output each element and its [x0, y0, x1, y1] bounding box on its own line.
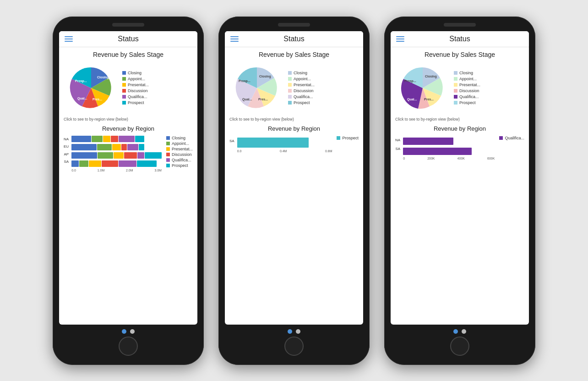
- phone-3: Status Revenue by Sales Stage Clo: [384, 17, 535, 365]
- phone-1: Status Revenue by Sales Stage: [53, 17, 204, 365]
- hamburger-icon-2[interactable]: [230, 36, 239, 42]
- phone-2: Status Revenue by Sales Stage Closing: [218, 17, 370, 365]
- pie-section-2: Closing Prosp... Qual... Pres... Closing…: [229, 63, 359, 113]
- bar-legend-3: Qualifica...: [499, 136, 524, 160]
- screen-content-2: Revenue by Sales Stage Closing Prosp... …: [225, 47, 363, 325]
- phones-container: Status Revenue by Sales Stage: [53, 17, 535, 365]
- dot-inactive-1[interactable]: [130, 329, 135, 334]
- bar-axis-2: 0.0 0.4M 0.8M: [237, 149, 332, 153]
- screen-title-3: Status: [404, 35, 515, 43]
- phone-dots-2: [288, 329, 300, 334]
- bar-chart-3: NA SA 0: [395, 136, 524, 160]
- svg-text:Prosp...: Prosp...: [404, 79, 416, 83]
- phone-screen-2: Status Revenue by Sales Stage Closing: [225, 31, 363, 325]
- screen-title-2: Status: [239, 35, 349, 43]
- hamburger-icon-3[interactable]: [396, 36, 404, 42]
- phone-speaker-1: [112, 23, 144, 27]
- phone-dots-1: [122, 329, 135, 334]
- screen-content-3: Revenue by Sales Stage Closing Prosp...: [391, 47, 529, 325]
- home-button-1[interactable]: [119, 337, 138, 356]
- svg-text:Closing: Closing: [97, 76, 109, 79]
- dot-active-1[interactable]: [122, 329, 126, 334]
- dot-active-3[interactable]: [453, 329, 458, 334]
- bar-row-labels-1: NA EU AP SA: [64, 136, 69, 172]
- pie-title-3: Revenue by Sales Stage: [395, 51, 524, 58]
- bar-inner-1: 0.0 1.0M 2.0M 3.0M: [71, 136, 162, 172]
- svg-text:Pres...: Pres...: [424, 98, 434, 101]
- screen-header-3: Status: [391, 31, 529, 47]
- pie-title-1: Revenue by Sales Stage: [64, 51, 193, 58]
- bar-row-labels-2: SA: [229, 136, 234, 153]
- pie-chart-2[interactable]: Closing Prosp... Qual... Pres...: [229, 63, 284, 113]
- svg-text:Qual...: Qual...: [242, 98, 252, 101]
- bar-inner-3: 0 200K 400K 600K: [403, 136, 495, 160]
- pie-section-3: Closing Prosp... Qual... Pres... Closing…: [395, 63, 524, 113]
- phone-home-2: [284, 325, 304, 359]
- bar-axis-3: 0 200K 400K 600K: [403, 157, 495, 160]
- dot-active-2[interactable]: [288, 329, 292, 334]
- svg-text:Prosp...: Prosp...: [239, 79, 250, 83]
- svg-text:Pres...: Pres...: [93, 98, 102, 101]
- bar-rows-2: [237, 138, 332, 148]
- phone-screen-3: Status Revenue by Sales Stage Clo: [391, 31, 529, 325]
- bar-axis-1: 0.0 1.0M 2.0M 3.0M: [71, 169, 162, 172]
- bar-title-3: Revenue by Region: [395, 125, 524, 132]
- dot-inactive-3[interactable]: [462, 329, 466, 334]
- pie-chart-1[interactable]: Closing Prosp... Qual... Pres...: [64, 63, 119, 113]
- dot-inactive-2[interactable]: [296, 329, 300, 334]
- bar-title-2: Revenue by Region: [229, 125, 359, 132]
- svg-text:Pres...: Pres...: [258, 98, 268, 101]
- click-hint-1: Click to see to by-region view (below): [64, 117, 193, 121]
- bar-chart-1: NA EU AP SA: [64, 136, 193, 172]
- legend-1: Closing Appoint... Presentat... Discussi…: [122, 71, 149, 105]
- phone-home-1: [119, 325, 138, 359]
- phone-screen-1: Status Revenue by Sales Stage: [59, 31, 197, 325]
- pie-title-2: Revenue by Sales Stage: [229, 51, 359, 58]
- screen-content-1: Revenue by Sales Stage: [59, 47, 197, 325]
- click-hint-2: Click to see to by-region view (below): [229, 117, 359, 121]
- phone-speaker-3: [444, 23, 476, 27]
- home-button-2[interactable]: [284, 337, 304, 356]
- bar-legend-1: Closing Appoint... Presentat... Discussi…: [166, 136, 193, 172]
- bar-chart-2: SA 0.0 0.4M 0.8M: [229, 136, 359, 153]
- phone-speaker-2: [278, 23, 310, 27]
- bar-rows-3: [403, 138, 495, 155]
- screen-header-2: Status: [225, 31, 363, 47]
- bar-legend-2: Prospect: [337, 136, 359, 153]
- phone-home-3: [450, 325, 469, 359]
- bar-title-1: Revenue by Region: [64, 125, 193, 132]
- hamburger-icon-1[interactable]: [65, 36, 73, 42]
- svg-text:Qual...: Qual...: [407, 98, 417, 101]
- screen-header-1: Status: [59, 31, 197, 47]
- pie-chart-3[interactable]: Closing Prosp... Qual... Pres...: [395, 63, 450, 113]
- svg-text:Closing: Closing: [425, 75, 437, 78]
- bar-inner-2: 0.0 0.4M 0.8M: [237, 136, 332, 153]
- svg-text:Closing: Closing: [259, 75, 271, 78]
- home-button-3[interactable]: [450, 337, 469, 356]
- svg-text:Qual...: Qual...: [77, 97, 87, 100]
- pie-section-1: Closing Prosp... Qual... Pres... Closing…: [64, 63, 193, 113]
- legend-3: Closing Appoint... Presentat... Discussi…: [454, 71, 480, 105]
- click-hint-3: Click to see to by-region view (below): [395, 117, 524, 121]
- legend-2: Closing Appoint... Presentat... Discussi…: [288, 71, 315, 105]
- screen-title-1: Status: [73, 35, 184, 43]
- bar-rows-1: [71, 136, 162, 167]
- svg-text:Prosp...: Prosp...: [75, 79, 87, 83]
- bar-row-labels-3: NA SA: [395, 136, 400, 160]
- phone-dots-3: [453, 329, 466, 334]
